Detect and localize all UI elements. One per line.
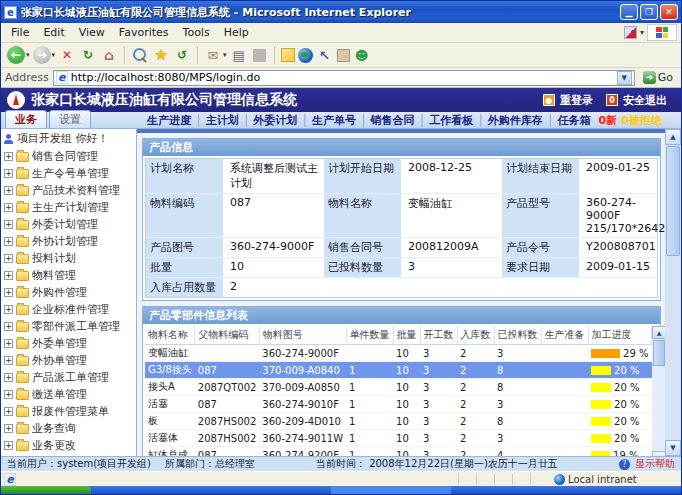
show-help-link[interactable]: 显示帮助: [635, 458, 675, 469]
column-header[interactable]: 已投料数: [494, 326, 541, 345]
menu-tools[interactable]: Tools: [177, 24, 216, 41]
logout-button[interactable]: 安全退出: [623, 93, 667, 108]
minimize-button[interactable]: ▁: [620, 4, 638, 20]
expand-icon[interactable]: +: [4, 407, 13, 416]
windows-taskbar[interactable]: [1, 486, 681, 494]
browser-globe-icon[interactable]: [298, 48, 313, 63]
tree-item-外协计划管理[interactable]: +外协计划管理: [1, 233, 136, 250]
scrollbar-thumb[interactable]: [666, 146, 680, 256]
column-header[interactable]: 物料图号: [259, 326, 346, 345]
table-row[interactable]: 变幅油缸360-274-9000F1032329 %: [145, 345, 652, 362]
table-row[interactable]: 活塞体2087HS002360-274-9011W11032320 %: [145, 430, 652, 447]
print-icon[interactable]: ▤: [230, 46, 248, 64]
column-header[interactable]: 生产准备: [541, 326, 588, 345]
tree-item-外委计划管理[interactable]: +外委计划管理: [1, 216, 136, 233]
relogin-button[interactable]: 重登录: [560, 93, 593, 108]
forward-icon[interactable]: →: [33, 46, 51, 64]
menu-view[interactable]: View: [73, 24, 111, 41]
table-row[interactable]: 活塞087360-274-9010F11032320 %: [145, 396, 652, 413]
expand-icon[interactable]: +: [4, 271, 13, 280]
tab-设置[interactable]: 设置: [49, 110, 91, 128]
expand-icon[interactable]: +: [4, 339, 13, 348]
column-header[interactable]: 加工进度: [588, 326, 651, 345]
expand-icon[interactable]: +: [4, 424, 13, 433]
nav-item-3[interactable]: 生产单号: [312, 113, 356, 128]
tree-item-产品派工单管理[interactable]: +产品派工单管理: [1, 369, 136, 386]
nav-item-4[interactable]: 销售合同: [371, 113, 415, 128]
forward-dropdown-icon[interactable]: ▾: [52, 51, 56, 59]
nav-item-0[interactable]: 生产进度: [147, 113, 191, 128]
nav-item-5[interactable]: 工作看板: [429, 113, 473, 128]
tree-item-主生产计划管理[interactable]: +主生产计划管理: [1, 199, 136, 216]
column-header[interactable]: 批量: [393, 326, 420, 345]
parts-table-vscrollbar[interactable]: ▲ ▼: [652, 326, 665, 456]
nav-item-6[interactable]: 外购件库存: [488, 113, 543, 128]
history-icon[interactable]: ↺: [173, 46, 191, 64]
menu-help[interactable]: Help: [218, 24, 255, 41]
expand-icon[interactable]: +: [4, 288, 13, 297]
refresh-icon[interactable]: ↻: [79, 46, 97, 64]
column-header[interactable]: 单件数量: [346, 326, 393, 345]
tree-item-物料管理[interactable]: +物料管理: [1, 267, 136, 284]
start-button-fragment[interactable]: [1, 486, 91, 494]
expand-icon[interactable]: +: [4, 186, 13, 195]
expand-icon[interactable]: +: [4, 237, 13, 246]
table-row[interactable]: G3/8接头087370-009-A084011032820 %: [145, 362, 652, 379]
tree-item-零部件派工单管理[interactable]: +零部件派工单管理: [1, 318, 136, 335]
tree-item-外委单管理[interactable]: +外委单管理: [1, 335, 136, 352]
expand-icon[interactable]: +: [4, 441, 13, 450]
stop-icon[interactable]: ✕: [58, 46, 76, 64]
tree-item-缴送单管理[interactable]: +缴送单管理: [1, 386, 136, 403]
nav-item-1[interactable]: 主计划: [206, 113, 239, 128]
table-row[interactable]: 缸体总成087360-274-9200F11032419 %: [145, 447, 652, 457]
tree-item-业务更改[interactable]: +业务更改: [1, 437, 136, 454]
tree-item-业务查询[interactable]: +业务查询: [1, 420, 136, 437]
scroll-up-icon[interactable]: ▲: [652, 326, 665, 339]
maximize-button[interactable]: ❐: [640, 4, 658, 20]
address-dropdown-icon[interactable]: ▼: [617, 71, 632, 85]
pdf-addon-icon[interactable]: [624, 26, 637, 39]
page-vscrollbar[interactable]: ▲ ▼: [665, 129, 681, 456]
tree-item-生产令号单管理[interactable]: +生产令号单管理: [1, 165, 136, 182]
tree-item-投料计划[interactable]: +投料计划: [1, 250, 136, 267]
tree-item-销售合同管理[interactable]: +销售合同管理: [1, 148, 136, 165]
expand-icon[interactable]: +: [4, 373, 13, 382]
expand-icon[interactable]: +: [4, 169, 13, 178]
tab-业务[interactable]: 业务: [5, 110, 47, 128]
back-icon[interactable]: ←: [7, 46, 25, 64]
scroll-up-icon[interactable]: ▲: [665, 129, 681, 145]
back-dropdown-icon[interactable]: ▾: [26, 51, 30, 59]
expand-icon[interactable]: +: [4, 152, 13, 161]
research-icon[interactable]: [337, 49, 350, 62]
expand-icon[interactable]: +: [4, 220, 13, 229]
menu-file[interactable]: File: [5, 24, 35, 41]
edit-icon[interactable]: [253, 49, 266, 62]
tree-item-企业标准件管理[interactable]: +企业标准件管理: [1, 301, 136, 318]
expand-icon[interactable]: +: [4, 254, 13, 263]
mail-dropdown-icon[interactable]: ▾: [223, 51, 227, 59]
nav-item-2[interactable]: 外委计划: [253, 113, 297, 128]
menu-favorites[interactable]: Favorites: [113, 24, 175, 41]
table-row[interactable]: 板2087HS002360-209-4D01011032820 %: [145, 413, 652, 430]
expand-icon[interactable]: +: [4, 203, 13, 212]
menu-edit[interactable]: Edit: [37, 24, 70, 41]
close-button[interactable]: ✕: [660, 4, 678, 20]
messenger-icon[interactable]: ☻: [353, 46, 371, 64]
mail-icon[interactable]: ✉: [204, 46, 222, 64]
tree-item-产品技术资料管理[interactable]: +产品技术资料管理: [1, 182, 136, 199]
quick-launch-arrow-icon[interactable]: ↖: [316, 46, 334, 64]
addon-dropdown-icon[interactable]: ▾: [640, 28, 644, 37]
scroll-down-icon[interactable]: ▼: [665, 440, 681, 456]
column-header[interactable]: 入库数: [457, 326, 494, 345]
go-button[interactable]: ➜ Go: [639, 71, 677, 84]
column-header[interactable]: 开工数: [420, 326, 457, 345]
table-row[interactable]: 接头A2087QT002370-009-A085011032820 %: [145, 379, 652, 396]
expand-icon[interactable]: +: [4, 356, 13, 365]
address-input[interactable]: e http://localhost:8080/MPS/login.do ▼: [53, 70, 635, 86]
taskbar-button-fragment[interactable]: [331, 486, 451, 494]
expand-icon[interactable]: +: [4, 322, 13, 331]
home-icon[interactable]: ⌂: [100, 46, 118, 64]
tree-item-外协单管理[interactable]: +外协单管理: [1, 352, 136, 369]
nav-item-7[interactable]: 任务箱: [557, 113, 590, 128]
favorites-icon[interactable]: ★: [152, 46, 170, 64]
